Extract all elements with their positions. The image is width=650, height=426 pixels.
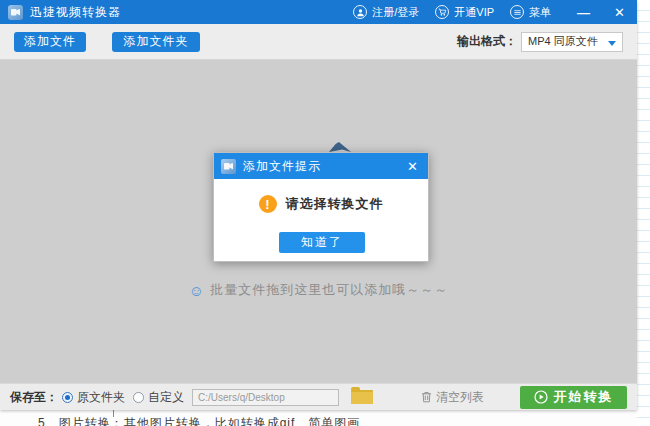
menu-label: 菜单 bbox=[529, 5, 551, 20]
radio-unselected-icon bbox=[133, 392, 144, 403]
radio-original-label: 原文件夹 bbox=[77, 389, 125, 406]
start-convert-button[interactable]: 开始转换 bbox=[520, 386, 627, 409]
bottombar: 保存至： 原文件夹 自定义 清空列表 开始转换 bbox=[0, 383, 637, 410]
radio-original-folder[interactable]: 原文件夹 bbox=[62, 389, 125, 406]
close-window-button[interactable]: ✕ bbox=[610, 6, 629, 19]
chevron-down-icon bbox=[608, 41, 616, 46]
open-vip-button[interactable]: 开通VIP bbox=[435, 5, 494, 20]
titlebar-actions: 注册/登录 开通VIP 菜单 — ✕ bbox=[353, 5, 629, 20]
play-icon bbox=[534, 390, 548, 404]
minimize-button[interactable]: — bbox=[573, 6, 594, 19]
got-it-button[interactable]: 知道了 bbox=[279, 232, 365, 253]
save-path-input[interactable] bbox=[192, 389, 339, 406]
radio-selected-icon bbox=[62, 392, 73, 403]
register-login-label: 注册/登录 bbox=[372, 5, 419, 20]
app-window: 迅捷视频转换器 注册/登录 开通VIP 菜单 — ✕ bbox=[0, 0, 637, 410]
dialog-message: 请选择转换文件 bbox=[286, 195, 384, 213]
folder-icon[interactable] bbox=[351, 390, 373, 404]
add-file-button[interactable]: 添加文件 bbox=[14, 32, 86, 52]
output-format-label: 输出格式： bbox=[457, 33, 517, 50]
drop-hint-text: 批量文件拖到这里也可以添加哦～～～ bbox=[210, 281, 448, 299]
warning-row: ! 请选择转换文件 bbox=[214, 195, 428, 213]
clear-list-button[interactable]: 清空列表 bbox=[421, 389, 484, 406]
clear-list-label: 清空列表 bbox=[436, 389, 484, 406]
menu-button[interactable]: 菜单 bbox=[510, 5, 551, 20]
radio-custom-label: 自定义 bbox=[148, 389, 184, 406]
output-format-group: 输出格式： MP4 同原文件 bbox=[457, 32, 623, 52]
open-vip-label: 开通VIP bbox=[454, 5, 494, 20]
menu-icon bbox=[510, 5, 524, 19]
dialog-title: 添加文件提示 bbox=[243, 158, 321, 175]
add-folder-button[interactable]: 添加文件夹 bbox=[112, 32, 200, 52]
dialog-header: 添加文件提示 ✕ bbox=[214, 153, 428, 179]
user-icon bbox=[353, 5, 367, 19]
start-convert-label: 开始转换 bbox=[554, 388, 614, 406]
background-page-strip-bottom: 5、图片转换：其他图片转换，比如转换成gif、简单图画 bbox=[0, 410, 637, 426]
dialog-app-icon bbox=[221, 159, 236, 174]
clipped-document-text: 5、图片转换：其他图片转换，比如转换成gif、简单图画 bbox=[38, 415, 360, 426]
drop-hint: ☺ 批量文件拖到这里也可以添加哦～～～ bbox=[0, 281, 637, 299]
radio-custom[interactable]: 自定义 bbox=[133, 389, 184, 406]
window-title: 迅捷视频转换器 bbox=[30, 4, 121, 21]
output-format-value: MP4 同原文件 bbox=[528, 34, 598, 49]
toolbar: 添加文件 添加文件夹 输出格式： MP4 同原文件 bbox=[0, 24, 637, 60]
smiley-icon: ☺ bbox=[189, 282, 205, 299]
background-page-strip-right bbox=[637, 0, 650, 426]
output-format-select[interactable]: MP4 同原文件 bbox=[521, 32, 623, 52]
bottombar-right: 清空列表 开始转换 bbox=[421, 386, 627, 409]
cart-icon bbox=[435, 5, 449, 19]
dialog-close-icon[interactable]: ✕ bbox=[404, 159, 421, 174]
add-file-prompt-dialog: 添加文件提示 ✕ ! 请选择转换文件 知道了 bbox=[213, 152, 429, 262]
warning-icon: ! bbox=[259, 195, 277, 213]
trash-icon bbox=[421, 391, 432, 403]
app-logo-icon bbox=[8, 5, 23, 20]
register-login-button[interactable]: 注册/登录 bbox=[353, 5, 419, 20]
save-to-label: 保存至： bbox=[10, 389, 58, 406]
titlebar: 迅捷视频转换器 注册/登录 开通VIP 菜单 — ✕ bbox=[0, 0, 637, 24]
dialog-body: ! 请选择转换文件 知道了 bbox=[214, 179, 428, 263]
